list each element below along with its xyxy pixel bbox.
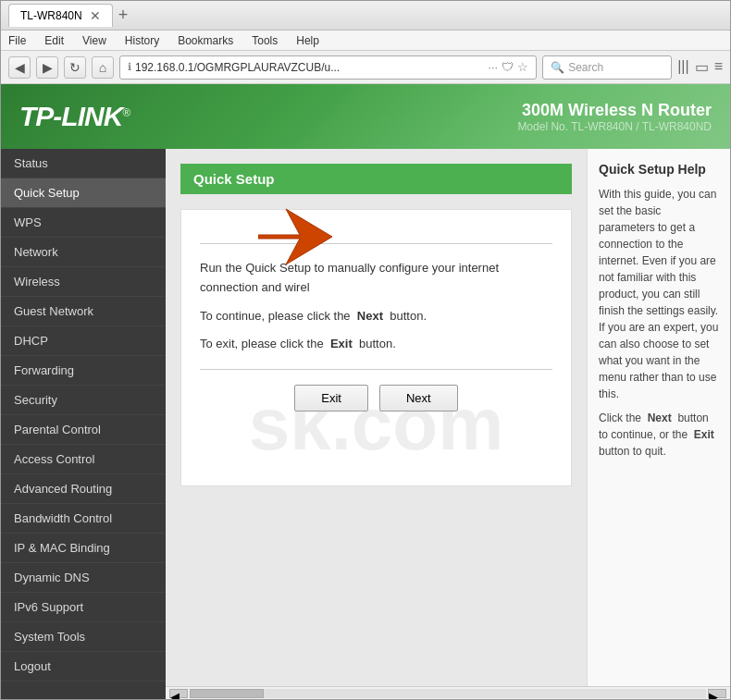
menu-edit[interactable]: Edit [41,32,68,49]
reload-button[interactable]: ↻ [64,56,86,79]
router-ui: TP-LINK® 300M Wireless N Router Model No… [1,84,730,699]
search-placeholder: Search [568,61,603,74]
exit-button[interactable]: Exit [294,385,368,411]
sidebar-item-bandwidth-control[interactable]: Bandwidth Control [1,504,166,534]
help-text-2-suffix: button to quit. [599,445,666,458]
scroll-left-button[interactable]: ◀ [169,689,188,698]
tab-close-button[interactable]: ✕ [90,8,101,23]
scrollbar-track[interactable] [190,689,706,698]
scroll-right-button[interactable]: ▶ [708,689,726,698]
address-icons: ··· 🛡 ☆ [488,60,528,74]
help-next-bold: Next [648,411,672,424]
sidebar-item-status[interactable]: Status [1,149,166,178]
setup-text-2-suffix: button. [390,309,427,323]
content-wrapper: Quick Setup Run the Quick Setup to manua… [166,149,730,699]
top-divider [200,243,552,244]
setup-text-3: To exit, please click the [200,337,324,350]
sidebar-item-ipv6-support[interactable]: IPv6 Support [1,593,166,622]
sidebar-item-system-tools[interactable]: System Tools [1,622,166,652]
sidebar-item-forwarding[interactable]: Forwarding [1,356,166,386]
setup-text: Run the Quick Setup to manually configur… [200,259,552,354]
logo-registered: ® [122,106,130,119]
menu-view[interactable]: View [79,32,110,49]
help-text-1: With this guide, you can set the basic p… [599,188,718,400]
next-bold-inline: Next [357,309,383,323]
menu-file[interactable]: File [5,32,30,49]
setup-para-2: To continue, please click the Next butto… [200,307,552,326]
home-button[interactable]: ⌂ [92,56,114,79]
new-tab-button[interactable]: + [118,6,129,25]
help-body: With this guide, you can set the basic p… [599,186,719,460]
router-header: TP-LINK® 300M Wireless N Router Model No… [1,84,730,149]
sidebar-item-logout[interactable]: Logout [1,652,166,682]
help-title: Quick Setup Help [599,162,719,177]
setup-text-2: To continue, please click the [200,309,351,323]
exit-bold-inline: Exit [330,337,353,350]
scrollbar-thumb[interactable] [190,689,264,698]
setup-para-1: Run the Quick Setup to manually configur… [200,259,552,298]
sidebar-item-guest-network[interactable]: Guest Network [1,297,166,326]
main-help-row: Quick Setup Run the Quick Setup to manua… [166,149,730,686]
sidebar-item-dhcp[interactable]: DHCP [1,326,166,356]
sidebar-item-quick-setup[interactable]: Quick Setup [1,178,166,208]
sidebar-item-access-control[interactable]: Access Control [1,445,166,474]
help-panel: Quick Setup Help With this guide, you ca… [587,149,730,686]
next-button[interactable]: Next [379,385,458,411]
help-exit-bold: Exit [694,428,714,441]
menu-tools[interactable]: Tools [248,32,281,49]
reading-mode-icon[interactable]: ▭ [695,58,709,76]
search-bar[interactable]: 🔍 Search [542,55,672,80]
router-logo: TP-LINK® [19,101,130,132]
menu-help[interactable]: Help [292,32,323,49]
tab-title: TL-WR840N [20,9,82,22]
content-body: Run the Quick Setup to manually configur… [180,209,572,486]
router-model-name: 300M Wireless N Router [517,101,712,120]
button-row: Exit Next [200,385,552,411]
horizontal-scrollbar[interactable]: ◀ ▶ [166,686,730,699]
main-panel: Quick Setup Run the Quick Setup to manua… [166,149,587,686]
setup-text-3-suffix: button. [359,337,396,350]
menu-history[interactable]: History [121,32,163,49]
sidebar-item-security[interactable]: Security [1,386,166,415]
forward-button[interactable]: ▶ [36,56,58,79]
sidebar-item-dynamic-dns[interactable]: Dynamic DNS [1,563,166,593]
sidebar-item-wireless[interactable]: Wireless [1,267,166,297]
star-icon: ☆ [517,60,528,74]
logo-text: TP-LINK [19,101,122,131]
sidebar: Status Quick Setup WPS Network Wireless … [1,149,166,699]
sidebar-item-advanced-routing[interactable]: Advanced Routing [1,474,166,504]
browser-window: TL-WR840N ✕ + File Edit View History Boo… [0,0,731,700]
address-bar[interactable]: ℹ 192.168.0.1/OGMRGPLAURAVZCUB/u... ··· … [119,55,537,80]
sidebar-item-ip-mac-binding[interactable]: IP & MAC Binding [1,534,166,563]
router-model-number: Model No. TL-WR840N / TL-WR840ND [517,120,712,133]
main-row: Status Quick Setup WPS Network Wireless … [1,149,730,699]
bottom-divider [200,369,552,370]
sidebar-item-parental-control[interactable]: Parental Control [1,415,166,445]
help-para-1: With this guide, you can set the basic p… [599,186,719,402]
menu-bar: File Edit View History Bookmarks Tools H… [1,31,730,51]
title-bar: TL-WR840N ✕ + [1,1,730,31]
nav-bar: ◀ ▶ ↻ ⌂ ℹ 192.168.0.1/OGMRGPLAURAVZCUB/u… [1,51,730,84]
sidebar-item-wps[interactable]: WPS [1,208,166,238]
more-icon: ··· [488,60,498,74]
browser-tab[interactable]: TL-WR840N ✕ [8,4,113,27]
bookmarks-list-icon[interactable]: ||| [677,58,688,76]
page-title: Quick Setup [180,164,572,194]
sidebar-item-network[interactable]: Network [1,238,166,267]
menu-bookmarks[interactable]: Bookmarks [174,32,237,49]
menu-icon[interactable]: ≡ [714,58,723,76]
shield-icon: 🛡 [502,60,514,74]
setup-text-1: Run the Quick Setup to manually configur… [200,261,499,294]
header-right: 300M Wireless N Router Model No. TL-WR84… [517,101,712,133]
help-para-2: Click the Next button to continue, or th… [599,410,719,460]
toolbar-icons: ||| ▭ ≡ [677,58,723,76]
back-button[interactable]: ◀ [8,56,31,79]
help-text-2: Click the [599,411,641,424]
search-icon: 🔍 [551,61,564,74]
address-text: 192.168.0.1/OGMRGPLAURAVZCUB/u... [135,61,484,74]
setup-para-3: To exit, please click the Exit button. [200,335,552,354]
